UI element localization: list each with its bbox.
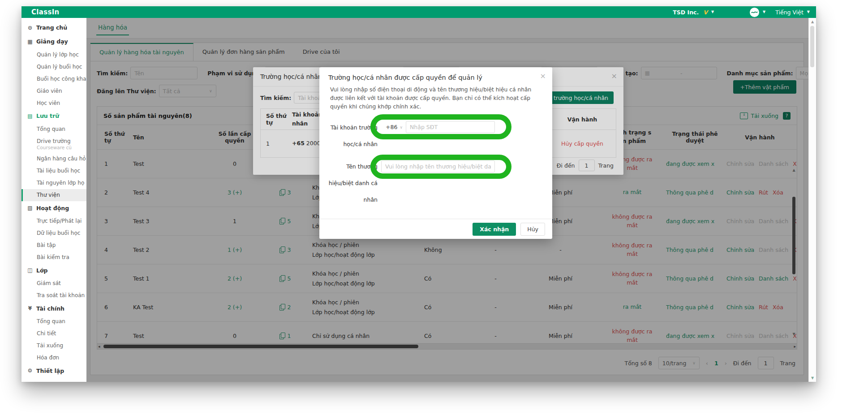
- main-content: Hàng hóa Quản lý hàng hóa tài nguyên Quả…: [86, 18, 808, 382]
- sidebar-item-class-resources[interactable]: Tài nguyên lớp họ: [21, 177, 86, 189]
- gear-icon: ⚙: [27, 367, 33, 374]
- avatar-dropdown-caret-icon[interactable]: ▼: [763, 10, 765, 14]
- vip-badge: V: [703, 9, 708, 16]
- activity-icon: ▧: [27, 205, 33, 211]
- sidebar-item-library-selected[interactable]: Thư viện: [21, 189, 86, 201]
- sidebar-item-session-management[interactable]: Quản lý buổi học: [21, 61, 86, 73]
- sidebar-item-account-audit[interactable]: Tra soát tài khoản: [21, 290, 86, 302]
- language-selector[interactable]: Tiếng Việt: [775, 9, 804, 16]
- sidebar-item-school-drive[interactable]: Drive trườngCourseware cũ: [21, 135, 86, 153]
- language-caret-icon[interactable]: ▼: [807, 10, 810, 14]
- sidebar-group-teaching[interactable]: ▦Giảng dạy: [21, 35, 86, 48]
- finance-icon: ¥: [27, 305, 33, 311]
- sidebar-item-homework[interactable]: Bài tập: [21, 239, 86, 251]
- sidebar-item-finance-download[interactable]: Tải xuống: [21, 340, 86, 352]
- org-name[interactable]: TSD Inc.: [673, 9, 699, 16]
- cancel-button[interactable]: Hủy: [520, 223, 545, 236]
- sidebar-group-storage[interactable]: ▤Lưu trữ: [21, 109, 86, 123]
- home-icon: ⊙: [27, 25, 33, 31]
- sidebar-item-teachers[interactable]: Giáo viên: [21, 85, 86, 97]
- sidebar-item-monitoring[interactable]: Giám sát: [21, 277, 86, 290]
- brand-field-label: Tên thương hiệu/biệt danh cá nhân: [324, 158, 378, 208]
- scrollbar-thumb[interactable]: [810, 26, 814, 67]
- sidebar-item-live-replay[interactable]: Trực tiếp/Phát lại: [21, 215, 86, 227]
- app-window: ClassIn TSD Inc. V ▼ ▼ Tiếng Việt ▼ ⊙Tra…: [21, 6, 816, 382]
- classin-logo: ClassIn: [31, 8, 60, 16]
- sidebar-item-question-bank[interactable]: Ngân hàng câu hỏ: [21, 153, 86, 165]
- window-scrollbar[interactable]: ▲ ▼: [808, 18, 816, 382]
- sidebar-item-session-materials[interactable]: Tài liệu buổi học: [21, 165, 86, 177]
- sidebar: ⊙Trang chủ ▦Giảng dạy Quản lý lớp học Qu…: [21, 18, 86, 382]
- sidebar-item-invoices[interactable]: Hóa đơn: [21, 352, 86, 364]
- close-icon[interactable]: ×: [540, 73, 546, 80]
- avatar-squiggle-icon: [751, 9, 758, 16]
- sidebar-item-public-sessions[interactable]: Buổi học công kha: [21, 73, 86, 85]
- scrollbar-down-icon[interactable]: ▼: [809, 376, 816, 380]
- class-icon: ◫: [27, 267, 33, 273]
- sidebar-group-finance[interactable]: ¥Tài chính: [21, 302, 86, 316]
- sidebar-group-class[interactable]: ◫Lớp: [21, 264, 86, 277]
- sidebar-item-courseware-note: Courseware cũ: [37, 145, 85, 150]
- annotation-highlight-brand-input: [370, 155, 511, 179]
- sidebar-item-class-management[interactable]: Quản lý lớp học: [21, 48, 86, 61]
- sidebar-group-activities[interactable]: ▧Hoạt động: [21, 201, 86, 215]
- calendar-icon: ▦: [27, 39, 33, 45]
- sidebar-item-tests[interactable]: Bài kiểm tra: [21, 251, 86, 264]
- sidebar-group-settings[interactable]: ⚙Thiết lập: [21, 364, 86, 378]
- sidebar-item-students[interactable]: Học viên: [21, 97, 86, 109]
- annotation-highlight-phone-input: [370, 114, 511, 139]
- front-modal-title: Trường học/cá nhân được cấp quyền để quả…: [319, 67, 552, 83]
- scrollbar-up-icon[interactable]: ▲: [809, 20, 816, 24]
- sidebar-item-finance-details[interactable]: Chi tiết: [21, 328, 86, 340]
- grant-management-modal: Trường học/cá nhân được cấp quyền để quả…: [319, 67, 552, 239]
- top-bar: ClassIn TSD Inc. V ▼ ▼ Tiếng Việt ▼: [21, 6, 816, 18]
- front-modal-description: Vui lòng nhập số điện thoại di động và t…: [319, 83, 552, 111]
- org-dropdown-caret-icon[interactable]: ▼: [711, 10, 714, 14]
- sidebar-item-finance-overview[interactable]: Tổng quan: [21, 316, 86, 328]
- confirm-button[interactable]: Xác nhận: [473, 223, 516, 236]
- sidebar-item-session-data[interactable]: Dữ liệu buổi học: [21, 227, 86, 239]
- archive-icon: ▤: [27, 113, 33, 119]
- sidebar-item-home[interactable]: ⊙Trang chủ: [21, 21, 86, 35]
- sidebar-item-storage-overview[interactable]: Tổng quan: [21, 123, 86, 135]
- avatar[interactable]: [750, 8, 759, 17]
- account-field-label: Tài khoản trường học/cá nhân: [324, 119, 378, 152]
